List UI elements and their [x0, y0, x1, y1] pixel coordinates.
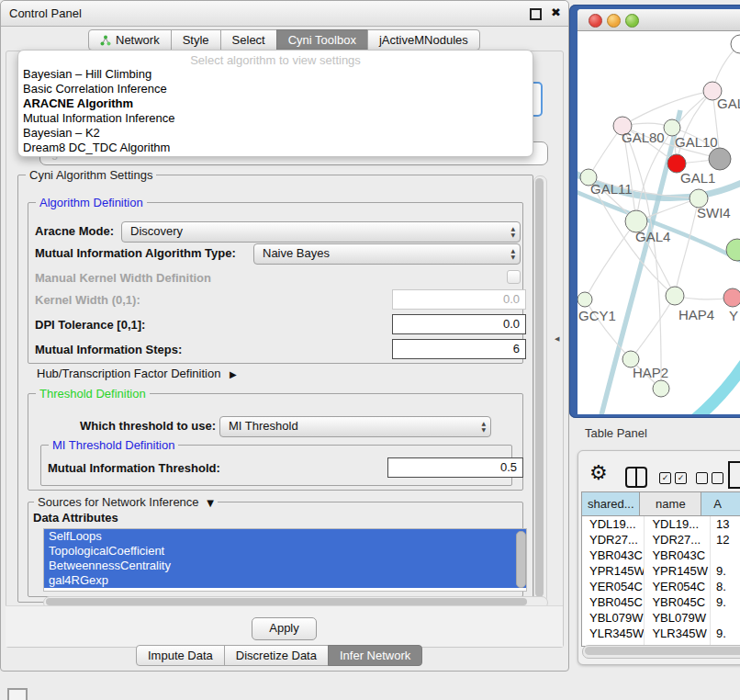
table-cell[interactable]: 12: [711, 532, 740, 548]
algorithm-option[interactable]: Dream8 DC_TDC Algorithm: [18, 141, 533, 155]
control-panel-titlebar: Control Panel ✖: [1, 1, 568, 27]
network-edge[interactable]: [675, 198, 699, 296]
tab-infer-network[interactable]: Infer Network: [328, 645, 422, 666]
table-cell[interactable]: 8.: [711, 579, 740, 594]
network-node[interactable]: [731, 35, 740, 53]
table-cell[interactable]: [711, 610, 740, 626]
table-row[interactable]: YBR043CYBR043C: [582, 548, 740, 563]
panel-splitter-arrow-icon[interactable]: ◀: [555, 335, 559, 343]
mi-steps-field[interactable]: 6: [392, 339, 526, 359]
table-cell[interactable]: 13: [711, 516, 740, 532]
tab-select[interactable]: Select: [220, 29, 277, 51]
algorithm-option[interactable]: Bayesian – Hill Climbing: [18, 67, 533, 82]
which-threshold-select[interactable]: MI Threshold ▲▼: [219, 416, 491, 437]
table-row[interactable]: YDR27...YDR27...12: [582, 532, 740, 548]
tab-style[interactable]: Style: [171, 29, 221, 51]
gear-icon[interactable]: ⚙: [589, 461, 608, 484]
table-row[interactable]: YBL079WYBL079W: [582, 610, 740, 626]
table-cell[interactable]: YER054C: [645, 579, 711, 594]
aracne-mode-select[interactable]: Discovery ▲▼: [121, 221, 521, 243]
table-cell[interactable]: YBR043C: [582, 548, 645, 563]
table-cell[interactable]: YLR345W: [645, 626, 711, 641]
table-horizontal-scrollbar[interactable]: [582, 645, 740, 659]
list-scrollbar[interactable]: [516, 531, 524, 588]
close-icon[interactable]: ✖: [551, 6, 561, 19]
tab-cyni-toolbox[interactable]: Cyni Toolbox: [276, 29, 368, 51]
table-cell[interactable]: 9.: [711, 594, 740, 610]
column-header-shared...[interactable]: shared...: [582, 492, 640, 516]
network-node-label: GCY1: [578, 308, 616, 323]
attribute-list-item[interactable]: BetweennessCentrality: [44, 559, 526, 573]
table-cell[interactable]: YDR27...: [582, 532, 645, 548]
table-cell[interactable]: 9.: [711, 626, 740, 641]
attribute-list-item[interactable]: gal4RGexp: [44, 573, 526, 588]
network-node[interactable]: [726, 239, 740, 261]
table-row[interactable]: YER054CYER054C8.: [582, 579, 740, 594]
network-node[interactable]: [653, 380, 669, 397]
sources-group-title[interactable]: Sources for Network Inference ▼: [34, 495, 218, 509]
manual-kernel-checkbox: [507, 270, 521, 284]
table-cell[interactable]: YBR043C: [645, 548, 711, 563]
network-view-canvas-window: GALGAL80GAL10GAL1GAL11SWI4GAL4GCY1HAP4YH…: [577, 9, 740, 414]
document-icon[interactable]: [728, 461, 740, 489]
popup-placeholder: Select algorithm to view settings: [18, 53, 533, 67]
control-panel-window: Control Panel ✖ NetworkStyleSelectCyni T…: [0, 0, 569, 672]
tab-jactivemnodules[interactable]: jActiveMNodules: [367, 29, 480, 51]
network-node-gcy1[interactable]: [577, 292, 592, 307]
algorithm-option[interactable]: Basic Correlation Inference: [18, 82, 533, 96]
deselect-all-columns-icon[interactable]: [696, 472, 723, 484]
tab-impute-data[interactable]: Impute Data: [136, 645, 225, 666]
table-row[interactable]: YPR145WYPR145W9.: [582, 563, 740, 579]
table-cell[interactable]: 9.: [711, 563, 740, 579]
table-cell[interactable]: YDL19...: [645, 516, 711, 532]
algorithm-option[interactable]: ARACNE Algorithm: [18, 96, 533, 111]
attribute-list-item[interactable]: SelfLoops: [44, 529, 526, 544]
table-cell[interactable]: YPR145W: [582, 563, 645, 579]
float-window-icon[interactable]: [530, 8, 542, 20]
column-header-name[interactable]: name: [640, 492, 701, 516]
table-cell[interactable]: YBR045C: [582, 594, 645, 610]
tab-discretize-data[interactable]: Discretize Data: [224, 645, 329, 666]
attribute-list-item[interactable]: TopologicalCoefficient: [44, 544, 526, 559]
table-cell[interactable]: YPR145W: [645, 563, 711, 579]
mi-threshold-field[interactable]: 0.5: [387, 457, 523, 478]
table-panel-card: ⚙ ✓✓ shared...nameA YDL19...YDL19...13YD…: [577, 450, 740, 665]
settings-vertical-scrollbar[interactable]: [533, 175, 547, 604]
zoom-traffic-light-icon[interactable]: [625, 14, 639, 28]
network-edge[interactable]: [631, 296, 675, 359]
network-edge[interactable]: [684, 353, 740, 414]
table-cell[interactable]: YDL19...: [582, 516, 645, 532]
data-attributes-list[interactable]: SelfLoopsTopologicalCoefficientBetweenne…: [43, 528, 527, 592]
algorithm-option[interactable]: Bayesian – K2: [18, 126, 533, 141]
top-tab-bar: NetworkStyleSelectCyni ToolboxjActiveMNo…: [88, 29, 480, 51]
column-header-A[interactable]: A: [701, 492, 740, 516]
select-all-columns-icon[interactable]: ✓✓: [659, 472, 687, 484]
table-row[interactable]: YDL19...YDL19...13: [582, 516, 740, 532]
dpi-tolerance-field[interactable]: 0.0: [392, 314, 526, 334]
tab-label: jActiveMNodules: [379, 30, 468, 50]
which-threshold-label: Which threshold to use:: [80, 419, 216, 433]
table-cell[interactable]: YDR27...: [645, 532, 711, 548]
table-cell[interactable]: YBL079W: [582, 610, 645, 626]
close-traffic-light-icon[interactable]: [589, 14, 602, 28]
tab-network[interactable]: Network: [88, 29, 172, 51]
algorithm-option[interactable]: Mutual Information Inference: [18, 111, 533, 126]
table-cell[interactable]: YBL079W: [645, 610, 711, 626]
table-cell[interactable]: YER054C: [582, 579, 645, 594]
network-node[interactable]: [709, 148, 731, 170]
columns-icon[interactable]: [625, 467, 647, 488]
table-row[interactable]: YBR045CYBR045C9.: [582, 594, 740, 610]
network-edge[interactable]: [585, 221, 636, 299]
network-node-hap4[interactable]: [666, 287, 684, 305]
table-row[interactable]: YLR345WYLR345W9.: [582, 626, 740, 641]
table-cell[interactable]: [711, 548, 740, 563]
network-graph[interactable]: GALGAL80GAL10GAL1GAL11SWI4GAL4GCY1HAP4YH…: [577, 31, 740, 414]
tab-label: Discretize Data: [236, 646, 317, 665]
mi-type-select[interactable]: Naive Bayes ▲▼: [253, 243, 521, 265]
table-cell[interactable]: YBR045C: [645, 594, 711, 610]
hub-definition-toggle[interactable]: Hub/Transcription Factor Definition ▶: [37, 367, 237, 380]
network-node-y[interactable]: [723, 288, 740, 307]
apply-button[interactable]: Apply: [252, 617, 317, 640]
minimize-traffic-light-icon[interactable]: [607, 14, 621, 28]
table-cell[interactable]: YLR345W: [582, 626, 645, 641]
